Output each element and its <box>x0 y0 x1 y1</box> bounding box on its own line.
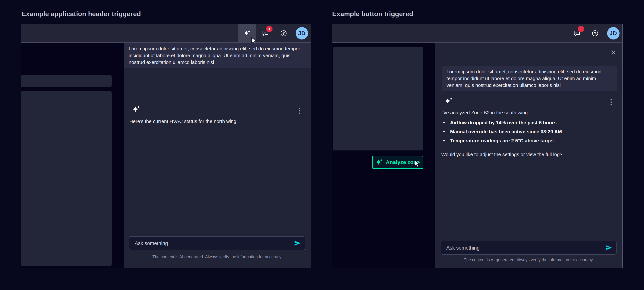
send-button[interactable] <box>604 243 613 252</box>
ai-disclaimer: The content is AI generated. Always veri… <box>435 258 622 262</box>
user-avatar-button[interactable]: JD <box>293 24 311 42</box>
finding-item: Manual override has been active since 08… <box>441 127 562 136</box>
user-message-bubble: Lorem ipsum dolor sit amet, consectetur … <box>442 66 617 91</box>
app-window-button-triggered: 1 ? JD Analyze zone Lore <box>332 24 623 268</box>
avatar: JD <box>607 27 620 40</box>
sparkle-ai-icon <box>444 97 453 106</box>
assistant-intro: I’ve analyzed Zone B2 in the south wing: <box>441 110 529 116</box>
sparkle-ai-icon <box>244 30 251 37</box>
content-placeholder-panel <box>333 48 423 150</box>
chat-input[interactable] <box>134 236 272 250</box>
app-window-header-triggered: 1 ? JD Lorem ipsum dolor sit amet, conse… <box>21 24 311 268</box>
content-placeholder-panel <box>21 91 112 266</box>
analyze-zone-button[interactable]: Analyze zone <box>372 156 423 169</box>
app-header: 1 ? JD <box>21 24 311 43</box>
chat-input-container <box>441 241 616 255</box>
notifications-button[interactable]: 1 <box>568 24 586 42</box>
svg-text:?: ? <box>594 31 596 35</box>
kebab-menu-icon <box>610 99 612 106</box>
close-x-icon <box>610 49 616 56</box>
ai-chat-panel: Lorem ipsum dolor sit amet, consectetur … <box>435 43 622 268</box>
svg-text:?: ? <box>282 31 284 35</box>
analyze-zone-label: Analyze zone <box>386 159 420 165</box>
sparkle-ai-icon <box>376 158 383 166</box>
user-avatar-button[interactable]: JD <box>604 24 622 42</box>
question-circle-icon: ? <box>280 30 287 37</box>
example-heading-right: Example button triggered <box>332 10 413 18</box>
notifications-button[interactable]: 1 <box>256 24 274 42</box>
avatar: JD <box>296 27 308 40</box>
app-content-area: Analyze zone Lorem ipsum dolor sit amet,… <box>332 43 622 268</box>
finding-item: Airflow dropped by 14% over the past 6 h… <box>441 118 562 127</box>
paper-plane-icon <box>294 240 301 247</box>
kebab-menu-icon <box>299 108 301 114</box>
close-chat-button[interactable] <box>609 48 618 56</box>
app-header: 1 ? JD <box>332 24 622 43</box>
chat-input[interactable] <box>446 241 583 255</box>
ai-disclaimer: The content is AI generated. Always veri… <box>124 254 311 259</box>
message-options-button[interactable] <box>607 97 615 107</box>
assistant-question: Would you like to adjust the settings or… <box>441 152 562 158</box>
finding-item: Temperature readings are 2.5°C above tar… <box>441 136 562 145</box>
notification-badge: 1 <box>266 26 272 32</box>
message-options-button[interactable] <box>296 106 304 116</box>
help-button[interactable]: ? <box>274 24 293 42</box>
findings-list: Airflow dropped by 14% over the past 6 h… <box>441 118 562 145</box>
question-circle-icon: ? <box>592 30 599 37</box>
paper-plane-icon <box>605 244 612 252</box>
notification-badge: 1 <box>578 26 584 32</box>
content-placeholder-bar <box>21 75 112 87</box>
app-content-area: Lorem ipsum dolor sit amet, consectetur … <box>21 43 311 268</box>
assistant-message: Here’s the current HVAC status for the n… <box>130 118 238 124</box>
ai-assistant-button[interactable] <box>238 24 256 42</box>
send-button[interactable] <box>293 239 302 248</box>
ai-chat-panel: Lorem ipsum dolor sit amet, consectetur … <box>124 43 311 268</box>
chat-input-container <box>129 236 305 250</box>
example-heading-left: Example application header triggered <box>22 10 141 18</box>
sparkle-ai-icon <box>132 105 141 114</box>
help-button[interactable]: ? <box>586 24 604 42</box>
user-message-bubble: Lorem ipsum dolor sit amet, consectetur … <box>124 43 311 68</box>
